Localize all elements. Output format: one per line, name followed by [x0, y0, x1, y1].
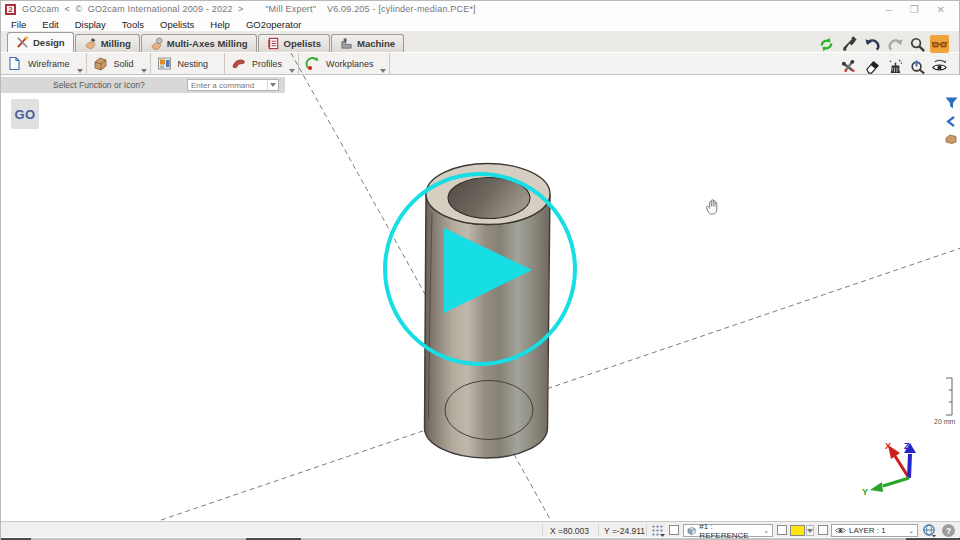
caliper-measure-icon[interactable]: [840, 35, 859, 53]
title-bar: 2 GO2cam < © GO2cam International 2009 -…: [1, 1, 959, 17]
menu-tools[interactable]: Tools: [114, 19, 152, 30]
command-prompt-label: Select Function or Icon?: [53, 80, 145, 90]
workplanes-icon: [305, 56, 320, 71]
tab-machine[interactable]: Machine: [331, 34, 404, 52]
ribbon-tabs: Design Milling Multi-Axes Milling Opelis…: [7, 33, 405, 52]
tab-milling[interactable]: Milling: [75, 34, 140, 52]
tab-label: Multi-Axes Milling: [167, 38, 248, 49]
reference-visibility-checkbox[interactable]: [669, 525, 679, 535]
y-coordinate-readout: Y =-24.911: [604, 526, 645, 536]
layer-selector[interactable]: LAYER : 1 ⌄: [831, 524, 918, 537]
wireframe-group-button[interactable]: Wireframe: [1, 53, 87, 75]
tab-label: Opelists: [284, 38, 322, 49]
tab-label: Design: [33, 37, 65, 48]
zoom-fit-icon[interactable]: [908, 57, 927, 75]
command-bar: Select Function or Icon? Enter a command: [1, 77, 285, 93]
hand-pan-cursor: [704, 198, 720, 220]
dropdown-arrow-icon[interactable]: [380, 69, 386, 73]
redo-icon[interactable]: [886, 35, 905, 53]
workplanes-group-button[interactable]: Workplanes: [299, 53, 390, 75]
wireframe-icon: [7, 56, 22, 71]
profiles-group-button[interactable]: Profiles: [225, 53, 299, 75]
group-label: Workplanes: [326, 59, 383, 69]
tab-label: Machine: [357, 38, 395, 49]
grid-snap-icon[interactable]: [651, 524, 665, 537]
tab-opelists[interactable]: Opelists: [258, 34, 331, 52]
solid-mini-icon[interactable]: [945, 134, 957, 144]
machine-icon: [340, 37, 353, 50]
command-placeholder: Enter a command: [191, 81, 254, 90]
refresh-icon[interactable]: [817, 35, 836, 53]
zoom-search-icon[interactable]: [908, 35, 927, 53]
filter-icon[interactable]: [945, 97, 958, 109]
chevron-down-icon[interactable]: [267, 80, 278, 90]
glasses-icon: [931, 36, 948, 53]
eye-icon: [835, 526, 846, 535]
color-apply-checkbox[interactable]: [777, 525, 787, 535]
multi-axes-milling-icon: [150, 37, 163, 50]
tab-design[interactable]: Design: [7, 32, 74, 52]
group-label: Profiles: [252, 59, 292, 69]
glasses-view-button[interactable]: [930, 35, 949, 53]
nesting-group-button[interactable]: Nesting: [151, 53, 226, 75]
clean-sweep-icon[interactable]: [886, 57, 905, 75]
chevron-left-icon[interactable]: [946, 116, 956, 127]
maximize-button[interactable]: ❐: [910, 4, 919, 15]
undo-icon[interactable]: [863, 35, 882, 53]
view-sphere-icon[interactable]: [922, 523, 937, 538]
eraser-icon[interactable]: [863, 57, 882, 75]
ribbon: Design Milling Multi-Axes Milling Opelis…: [1, 31, 959, 75]
milling-hand-icon: [84, 37, 97, 50]
profiles-icon: [231, 56, 246, 71]
solid-icon: [93, 56, 108, 71]
color-dropdown-arrow[interactable]: [806, 525, 814, 536]
solid-group-button[interactable]: Solid: [87, 53, 151, 75]
menu-display[interactable]: Display: [67, 19, 114, 30]
layer-value: LAYER : 1: [849, 526, 886, 535]
group-label: Wireframe: [28, 59, 80, 69]
menu-edit[interactable]: Edit: [34, 19, 66, 30]
menu-file[interactable]: File: [3, 19, 34, 30]
cube-icon: [687, 526, 696, 536]
command-input[interactable]: Enter a command: [187, 79, 279, 91]
design-tools-icon: [16, 36, 29, 49]
chevron-down-icon: ⌄: [908, 527, 914, 535]
dropdown-arrow-icon[interactable]: [77, 69, 83, 73]
x-coordinate-readout: X =80.003: [550, 526, 589, 536]
status-bar: X =80.003 Y =-24.911 #1 : REFERENCE ⌄ LA…: [1, 521, 960, 537]
menu-help[interactable]: Help: [202, 19, 238, 30]
opelists-icon: [267, 37, 280, 50]
window-title: GO2cam < © GO2cam International 2009 - 2…: [22, 4, 476, 14]
nesting-icon: [157, 56, 172, 71]
app-logo-icon: 2: [5, 4, 16, 15]
group-label: Solid: [114, 59, 144, 69]
chevron-down-icon: ⌄: [763, 527, 769, 535]
viewport-3d[interactable]: GO: [1, 75, 960, 521]
ribbon-toolbar: Wireframe Solid Nesting Profiles Workpla…: [1, 52, 959, 74]
viewport-side-toolbar: [943, 97, 959, 144]
tab-label: Milling: [101, 38, 131, 49]
quick-access-icons: [817, 31, 957, 75]
go2cam-window: 2 GO2cam < © GO2cam International 2009 -…: [0, 0, 960, 540]
menu-opelists[interactable]: Opelists: [152, 19, 202, 30]
dropdown-arrow-icon[interactable]: [141, 69, 147, 73]
reference-value: #1 : REFERENCE: [699, 522, 760, 540]
minimize-button[interactable]: –: [886, 4, 892, 15]
tab-multi-axes-milling[interactable]: Multi-Axes Milling: [141, 34, 257, 52]
fasteners-icon[interactable]: [840, 57, 859, 75]
menu-bar: File Edit Display Tools Opelists Help GO…: [1, 17, 959, 31]
active-color-swatch[interactable]: [790, 525, 805, 536]
dropdown-arrow-icon[interactable]: [289, 69, 295, 73]
help-button[interactable]: ?: [942, 524, 955, 537]
menu-go2operator[interactable]: GO2operator: [238, 19, 309, 30]
reference-selector[interactable]: #1 : REFERENCE ⌄: [683, 524, 773, 537]
eye-visibility-icon[interactable]: [930, 57, 949, 75]
group-label: Nesting: [178, 59, 219, 69]
go-logo-button[interactable]: GO: [11, 99, 39, 129]
layer-visibility-checkbox[interactable]: [818, 525, 828, 535]
close-button[interactable]: ✕: [937, 4, 945, 15]
